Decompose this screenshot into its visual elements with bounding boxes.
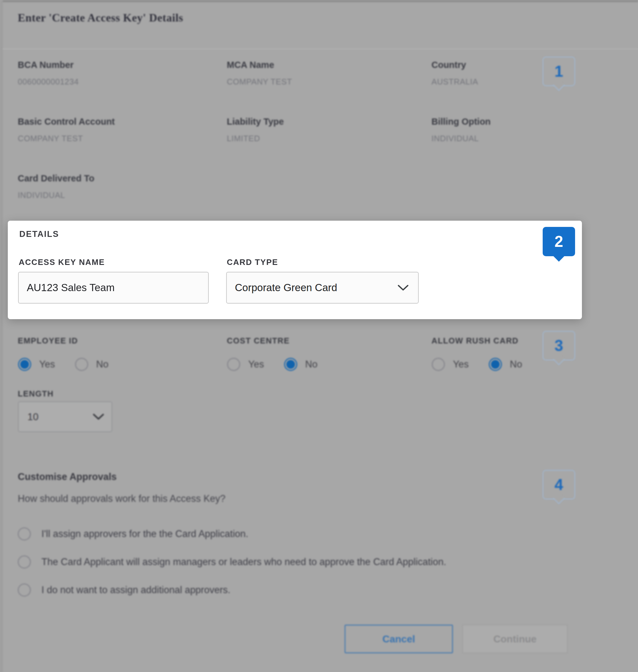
cost-centre-radio-group: Yes No (227, 358, 317, 371)
field-value: AUSTRALIA (432, 77, 478, 87)
field-label: Basic Control Account (18, 117, 115, 127)
header-divider (3, 49, 638, 49)
step-number: 1 (555, 62, 563, 80)
summary-field: BCA Number 0060000001234 (18, 60, 79, 87)
page-title: Enter 'Create Access Key' Details (18, 11, 183, 24)
approval-choice-2-radio[interactable] (18, 555, 31, 569)
approval-choice: I'll assign approvers for the the Card A… (18, 527, 248, 540)
employee-id-no-radio[interactable] (75, 358, 88, 371)
step-number: 3 (555, 337, 563, 355)
approval-choice-3-radio[interactable] (18, 584, 31, 596)
access-key-name-label: ACCESS KEY NAME (19, 258, 105, 267)
approval-choice: The Card Applicant will assign managers … (18, 555, 446, 569)
step-badge-3: 3 (543, 331, 575, 360)
allow-rush-card-label: ALLOW RUSH CARD (432, 336, 519, 346)
field-value: INDIVIDUAL (432, 134, 491, 143)
step-number: 2 (555, 232, 563, 251)
approval-choice-label: I do not want to assign additional appro… (41, 585, 231, 596)
badge-pointer (553, 493, 565, 504)
yes-label: Yes (39, 359, 55, 370)
field-label: BCA Number (18, 60, 79, 70)
field-value: 0060000001234 (18, 77, 79, 87)
page-top-edge (0, 0, 638, 2)
no-label: No (96, 359, 109, 370)
allow-rush-card-radio-group: Yes No (432, 358, 522, 371)
access-key-name-input[interactable] (18, 272, 209, 304)
yes-label: Yes (453, 359, 469, 370)
continue-button[interactable]: Continue (462, 625, 568, 653)
field-label: Liability Type (227, 117, 284, 127)
summary-field: Basic Control Account COMPANY TEST (18, 117, 115, 143)
badge-pointer (553, 80, 565, 91)
allow-rush-card-yes-radio[interactable] (432, 358, 445, 371)
approval-choice-label: The Card Applicant will assign managers … (41, 556, 446, 568)
employee-id-radio-group: Yes No (18, 358, 108, 371)
summary-field: Billing Option INDIVIDUAL (432, 117, 491, 143)
length-label: LENGTH (18, 389, 54, 399)
approval-choice: I do not want to assign additional appro… (18, 584, 231, 596)
employee-id-label: EMPLOYEE ID (18, 336, 78, 346)
cost-centre-yes-radio[interactable] (227, 358, 240, 371)
chevron-down-icon (398, 284, 409, 291)
card-type-value: Corporate Green Card (235, 282, 337, 294)
cost-centre-label: COST CENTRE (227, 336, 290, 346)
card-type-label: CARD TYPE (227, 258, 278, 267)
approval-choice-label: I'll assign approvers for the the Card A… (41, 528, 248, 540)
no-label: No (305, 359, 318, 370)
employee-id-yes-radio[interactable] (18, 358, 31, 371)
approval-choice-1-radio[interactable] (18, 527, 31, 540)
field-label: Billing Option (432, 117, 491, 127)
step-number: 4 (555, 476, 563, 494)
yes-label: Yes (248, 359, 264, 370)
card-type-select[interactable]: Corporate Green Card (226, 272, 419, 304)
badge-pointer (553, 250, 565, 262)
summary-field: Card Delivered To INDIVIDUAL (18, 173, 95, 200)
page-left-edge (0, 0, 3, 672)
cancel-button[interactable]: Cancel (345, 625, 453, 653)
field-value: COMPANY TEST (227, 77, 292, 87)
approvals-question: How should approvals work for this Acces… (18, 493, 225, 504)
field-label: Country (432, 60, 478, 70)
details-section-label: DETAILS (19, 229, 59, 239)
length-select[interactable]: 10 (18, 401, 112, 432)
approvals-title: Customise Approvals (18, 471, 117, 482)
step-badge-4: 4 (543, 470, 575, 499)
field-value: COMPANY TEST (18, 134, 115, 143)
details-highlight-section: DETAILS ACCESS KEY NAME CARD TYPE Corpor… (8, 221, 582, 319)
cost-centre-no-radio[interactable] (284, 358, 297, 371)
dimmed-page-overlay: Enter 'Create Access Key' Details BCA Nu… (0, 0, 638, 672)
field-value: LIMITED (227, 134, 284, 143)
step-badge-2: 2 (543, 227, 575, 256)
field-value: INDIVIDUAL (18, 191, 95, 200)
badge-pointer (553, 354, 565, 365)
field-label: MCA Name (227, 60, 292, 70)
allow-rush-card-no-radio[interactable] (489, 358, 502, 371)
step-badge-1: 1 (543, 57, 575, 86)
length-value: 10 (28, 411, 39, 423)
summary-field: MCA Name COMPANY TEST (227, 60, 292, 87)
summary-field: Country AUSTRALIA (432, 60, 478, 87)
field-label: Card Delivered To (18, 173, 95, 184)
no-label: No (510, 359, 522, 370)
chevron-down-icon (93, 413, 104, 420)
summary-field: Liability Type LIMITED (227, 117, 284, 143)
